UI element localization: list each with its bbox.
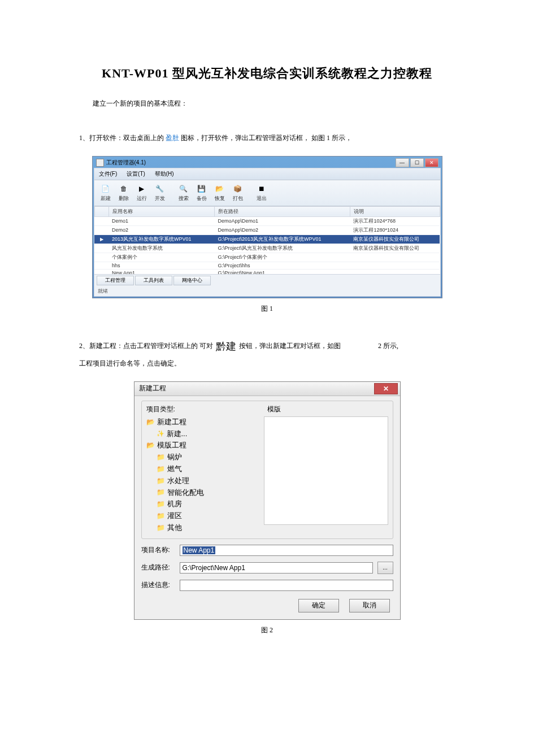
tree-item[interactable]: 📂新建工程 — [146, 416, 258, 428]
tree-label: 灌区 — [167, 510, 182, 522]
toolbar-开发[interactable]: 🔧开发 — [152, 183, 168, 203]
tree-item[interactable]: 📁智能化配电 — [146, 487, 258, 499]
dialog-title: 新建工程 — [137, 384, 166, 393]
new-icon: 📄 — [101, 184, 111, 194]
menu-file[interactable]: 文件(F) — [99, 171, 118, 177]
window-titlebar: 工程管理器(4.1) — ☐ ✕ — [94, 158, 441, 168]
toolbar-删除[interactable]: 🗑删除 — [116, 183, 132, 203]
tab-network[interactable]: 网络中心 — [173, 276, 211, 285]
search-icon: 🔍 — [179, 184, 189, 194]
browse-button[interactable]: ... — [377, 562, 393, 574]
template-listbox[interactable] — [264, 416, 388, 525]
toolbar-打包[interactable]: 📦打包 — [230, 183, 246, 203]
tree-item[interactable]: 📁水处理 — [146, 475, 258, 487]
col-name[interactable]: 应用名称 — [108, 206, 215, 216]
toolbar-label: 恢复 — [215, 195, 225, 202]
paragraph-1: 1、打开软件：双击桌面上的 盈肚 图标，打开软件，弹出工程管理器对话框， 如图 … — [79, 131, 455, 145]
table-row[interactable]: Demo2DemoApp\Demo2演示工程1280*1024 — [94, 225, 440, 234]
tree-item[interactable]: 📁灌区 — [146, 510, 258, 522]
toolbar-label: 运行 — [137, 195, 147, 202]
desc-label: 描述信息: — [141, 580, 175, 590]
table-row[interactable]: Demo1DemoApp\Demo1演示工程1024*768 — [94, 216, 440, 225]
dialog-titlebar: 新建工程 ✕ — [134, 382, 400, 396]
tree-item[interactable]: 📂模版工程 — [146, 440, 258, 451]
maximize-button[interactable]: ☐ — [410, 158, 424, 167]
tree-label: 新建... — [167, 428, 188, 440]
exit-icon: ⏹ — [257, 184, 267, 194]
tree-item[interactable]: 📁机房 — [146, 498, 258, 510]
tab-project-manage[interactable]: 工程管理 — [97, 276, 134, 285]
p1-prefix: 1、打开软件：双击桌面上的 — [79, 134, 164, 142]
tree-label: 燃气 — [167, 463, 182, 475]
cell-path: G:\Project\风光互补发电数字系统 — [215, 244, 350, 253]
description-input[interactable] — [180, 580, 393, 591]
toolbar-新建[interactable]: 📄新建 — [98, 183, 114, 203]
project-name-input[interactable]: New App1 — [180, 545, 393, 556]
project-path-value: G:\Project\New App1 — [183, 564, 245, 572]
toolbar-label: 退出 — [257, 195, 267, 202]
toolbar-备份[interactable]: 💾备份 — [194, 183, 210, 203]
tree-label: 锅炉 — [167, 451, 182, 463]
toolbar-label: 新建 — [101, 195, 111, 202]
cell-desc — [350, 262, 440, 269]
p2-num: 2 所示, — [378, 341, 398, 349]
bottom-tabs: 工程管理 工具列表 网络中心 — [94, 274, 440, 286]
minimize-button[interactable]: — — [396, 158, 409, 167]
cell-path: DemoApp\Demo2 — [215, 225, 350, 234]
cell-path: G:\Project\hhs — [215, 262, 350, 269]
menu-help[interactable]: 帮助(H) — [155, 171, 174, 177]
toolbar-退出[interactable]: ⏹退出 — [254, 183, 270, 203]
window-title: 工程管理器(4.1) — [106, 159, 146, 167]
cancel-button[interactable]: 取消 — [349, 599, 390, 612]
table-row[interactable]: hhsG:\Project\hhs — [94, 262, 440, 269]
table-row[interactable]: 风光互补发电数字系统G:\Project\风光互补发电数字系统南京某仪器科技实业… — [94, 244, 440, 253]
table-row[interactable]: New App1G:\Project\New App1 — [94, 269, 440, 274]
project-type-tree[interactable]: 📂新建工程✨新建...📂模版工程📁锅炉📁燃气📁水处理📁智能化配电📁机房📁灌区📁其… — [146, 416, 258, 534]
type-label: 项目类型: — [146, 405, 258, 414]
cell-path: G:\Project\2013风光互补发电数字系统WPV01 — [215, 234, 350, 244]
tree-label: 其他 — [167, 522, 182, 534]
table-row[interactable]: 个体案例个G:\Project\个体案例个 — [94, 253, 440, 262]
folder-closed-icon: 📁 — [157, 487, 165, 498]
projects-table[interactable]: 应用名称 所在路径 说明 Demo1DemoApp\Demo1演示工程1024*… — [94, 206, 440, 274]
delete-icon: 🗑 — [119, 184, 129, 194]
folder-closed-icon: 📁 — [157, 511, 165, 522]
paragraph-2: 2、新建工程：点击工程管理对话框上的 可对 黔建 按钮，弹出新建工程对话框，如图… — [79, 336, 455, 370]
tree-label: 机房 — [167, 498, 182, 510]
tree-label: 智能化配电 — [167, 487, 204, 499]
toolbar-运行[interactable]: ▶运行 — [134, 183, 150, 203]
tree-item[interactable]: ✨新建... — [146, 428, 258, 440]
toolbar-搜索[interactable]: 🔍搜索 — [176, 183, 192, 203]
ok-button[interactable]: 确定 — [298, 599, 339, 612]
software-link[interactable]: 盈肚 — [166, 134, 179, 142]
cell-path: G:\Project\New App1 — [215, 269, 350, 274]
cell-name: Demo1 — [108, 216, 215, 225]
close-button[interactable]: ✕ — [374, 383, 398, 394]
project-path-input[interactable]: G:\Project\New App1 — [180, 562, 373, 573]
menu-settings[interactable]: 设置(T) — [127, 171, 145, 177]
tab-tool-list[interactable]: 工具列表 — [135, 276, 172, 285]
tree-item[interactable]: 📁燃气 — [146, 463, 258, 475]
tree-item[interactable]: 📁锅炉 — [146, 451, 258, 463]
table-row[interactable]: ▶2013风光互补发电数字系统WPV01G:\Project\2013风光互补发… — [94, 234, 440, 244]
wand-icon: ✨ — [157, 429, 164, 439]
col-desc[interactable]: 说明 — [350, 206, 440, 216]
name-label: 项目名称: — [141, 545, 175, 555]
close-button[interactable]: ✕ — [425, 158, 439, 167]
tree-label: 模版工程 — [157, 440, 186, 451]
folder-open-icon: 📂 — [146, 417, 155, 428]
toolbar-label: 搜索 — [179, 195, 189, 202]
backup-icon: 💾 — [197, 184, 207, 194]
col-path[interactable]: 所在路径 — [215, 206, 350, 216]
new-project-dialog: 新建工程 ✕ 项目类型: 📂新建工程✨新建...📂模版工程📁锅炉📁燃气📁水处理📁… — [134, 381, 401, 620]
figure-1-caption: 图 1 — [79, 304, 455, 314]
cell-name: hhs — [108, 262, 215, 269]
toolbar-恢复[interactable]: 📂恢复 — [212, 183, 228, 203]
folder-closed-icon: 📁 — [157, 464, 165, 475]
p1-suffix: 图标，打开软件，弹出工程管理器对话框， 如图 1 所示， — [181, 134, 352, 142]
p2-mid: 按钮，弹出新建工程对话框，如图 — [239, 341, 341, 349]
toolbar: 📄新建🗑删除▶运行🔧开发🔍搜索💾备份📂恢复📦打包⏹退出 — [94, 180, 440, 206]
project-name-value: New App1 — [183, 546, 216, 554]
tree-item[interactable]: 📁其他 — [146, 522, 258, 534]
cell-name: 个体案例个 — [108, 253, 215, 262]
